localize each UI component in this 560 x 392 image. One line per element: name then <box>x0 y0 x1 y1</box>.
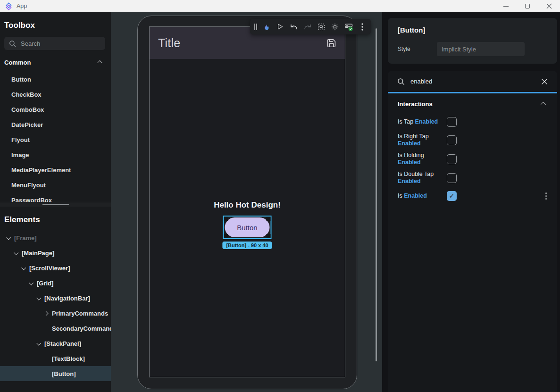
search-match-highlight: Enabled <box>398 159 421 166</box>
prop-label: Is Double Tap Enabled <box>398 171 447 185</box>
toolbar-drag-handle[interactable] <box>252 19 259 34</box>
selected-element-card: [Button] Style <box>388 18 557 64</box>
prop-row-is-double-tap-enabled: Is Double Tap Enabled <box>388 168 557 187</box>
prop-row-is-tap-enabled: Is Tap Enabled <box>388 113 557 131</box>
prop-label: Is Holding Enabled <box>398 152 447 166</box>
tree-item-secondarycommands[interactable]: SecondaryCommands <box>0 321 111 336</box>
window-titlebar: App <box>0 0 560 12</box>
selection-handle[interactable] <box>267 234 271 238</box>
search-match-highlight: Enabled <box>415 118 438 125</box>
hot-design-flame-icon[interactable] <box>259 19 273 34</box>
tree-item-scrollviewer[interactable]: [ScrollViewer] <box>0 260 111 275</box>
dev-server-connected-icon[interactable] <box>342 19 355 34</box>
prop-label: Is Right Tap Enabled <box>398 133 447 147</box>
minimize-icon <box>503 6 509 7</box>
style-input[interactable] <box>437 42 525 56</box>
toolbox-item-menuflyout[interactable]: MenuFlyout <box>0 177 111 192</box>
clear-search-icon[interactable] <box>541 78 548 85</box>
toolbox-item-checkbox[interactable]: CheckBox <box>0 87 111 102</box>
property-search-input[interactable] <box>410 78 541 85</box>
tree-item-grid[interactable]: [Grid] <box>0 275 111 291</box>
canvas-button[interactable]: Button <box>225 217 270 237</box>
chevron-down-icon[interactable] <box>29 280 33 285</box>
tree-item-label: [StackPanel] <box>44 340 81 347</box>
search-match-highlight: Enabled <box>404 192 427 199</box>
inspect-selection-button[interactable] <box>314 19 328 34</box>
selection-handle[interactable] <box>267 217 271 221</box>
property-search[interactable] <box>388 71 557 93</box>
toolbox-item-datepicker[interactable]: DatePicker <box>0 117 111 132</box>
tree-item-mainpage[interactable]: [MainPage] <box>0 245 111 260</box>
minimize-button[interactable] <box>495 0 517 12</box>
elements-title: Elements <box>0 207 111 230</box>
is-tap-enabled-checkbox[interactable] <box>447 117 457 127</box>
tree-item-label: PrimaryCommands <box>52 310 108 317</box>
chevron-right-icon[interactable] <box>43 311 48 316</box>
left-sidebar: Toolbox Search Common Button CheckBox Co… <box>0 12 111 392</box>
close-icon <box>546 3 552 9</box>
tree-item-label: [Frame] <box>14 234 37 242</box>
is-right-tap-enabled-checkbox[interactable] <box>447 135 457 145</box>
toolbox-item-mediaplayerelement[interactable]: MediaPlayerElement <box>0 162 111 177</box>
tree-item-label: [Button] <box>52 370 76 377</box>
is-holding-enabled-checkbox[interactable] <box>447 154 457 164</box>
tree-item-frame[interactable]: [Frame] <box>0 230 111 245</box>
undo-button[interactable] <box>287 19 301 34</box>
tree-item-label: SecondaryCommands <box>52 325 111 332</box>
theme-sun-icon[interactable] <box>328 19 342 34</box>
selected-element-name: [Button] <box>398 26 547 34</box>
redo-button[interactable] <box>301 19 314 34</box>
tree-item-navigationbar[interactable]: [NavigationBar] <box>0 291 111 306</box>
style-label: Style <box>398 46 437 52</box>
toolbox-search-input[interactable]: Search <box>4 37 105 50</box>
play-button[interactable] <box>273 19 287 34</box>
search-icon <box>397 78 405 85</box>
toolbox-title: Toolbox <box>0 12 111 36</box>
tree-item-label: [ScrollViewer] <box>29 265 70 272</box>
chevron-down-icon[interactable] <box>36 295 41 300</box>
section-label: Interactions <box>398 100 433 108</box>
chevron-down-icon[interactable] <box>36 341 41 345</box>
toolbox-section-label: Common <box>4 59 31 66</box>
selected-button-wrapper[interactable]: Button <box>225 217 270 237</box>
toolbox-item-combobox[interactable]: ComboBox <box>0 102 111 117</box>
app-logo-icon <box>5 2 13 10</box>
toolbox-item-passwordbox[interactable]: PasswordBox <box>0 192 111 202</box>
phone-screen[interactable]: Title Hello Hot Design! Button <box>149 26 345 377</box>
tree-item-textblock[interactable]: [TextBlock] <box>0 351 111 366</box>
tree-item-label: [TextBlock] <box>52 355 85 362</box>
section-interactions[interactable]: Interactions <box>388 94 557 113</box>
window-title: App <box>17 3 27 9</box>
chevron-down-icon[interactable] <box>6 235 11 240</box>
properties-inspector: [Button] Style Interactions <box>382 12 560 392</box>
tree-item-button-selected[interactable]: [Button] <box>0 366 111 381</box>
phone-device-frame: Title Hello Hot Design! Button <box>137 16 357 389</box>
app-window: App Toolbox Search Common <box>0 0 560 392</box>
design-canvas[interactable]: Title Hello Hot Design! Button <box>111 12 382 392</box>
selection-handle[interactable] <box>224 234 228 238</box>
tree-item-primarycommands[interactable]: PrimaryCommands <box>0 306 111 321</box>
toolbox-item-button[interactable]: Button <box>0 72 111 87</box>
close-button[interactable] <box>538 0 560 12</box>
chevron-down-icon[interactable] <box>14 250 18 255</box>
design-toolbar <box>250 19 371 34</box>
panel-splitter[interactable] <box>0 202 111 207</box>
tree-item-stackpanel[interactable]: [StackPanel] <box>0 336 111 351</box>
maximize-button[interactable] <box>517 0 538 12</box>
search-match-highlight: Enabled <box>398 140 421 147</box>
save-icon[interactable] <box>326 38 336 48</box>
is-enabled-checkbox[interactable] <box>447 191 457 201</box>
property-more-menu[interactable] <box>545 192 547 200</box>
tree-item-label: [Grid] <box>37 280 53 287</box>
toolbox-section-common[interactable]: Common <box>0 53 111 72</box>
toolbox-item-flyout[interactable]: Flyout <box>0 132 111 147</box>
prop-row-is-holding-enabled: Is Holding Enabled <box>388 150 557 168</box>
chevron-down-icon[interactable] <box>21 265 26 270</box>
page-title: Title <box>158 36 180 50</box>
is-double-tap-enabled-checkbox[interactable] <box>447 173 457 183</box>
toolbar-more-menu[interactable] <box>355 19 369 34</box>
toolbox-item-image[interactable]: Image <box>0 147 111 162</box>
canvas-scrollbar[interactable] <box>376 28 377 361</box>
tree-item-label: [MainPage] <box>22 250 54 257</box>
splitter-handle-icon <box>42 204 69 205</box>
